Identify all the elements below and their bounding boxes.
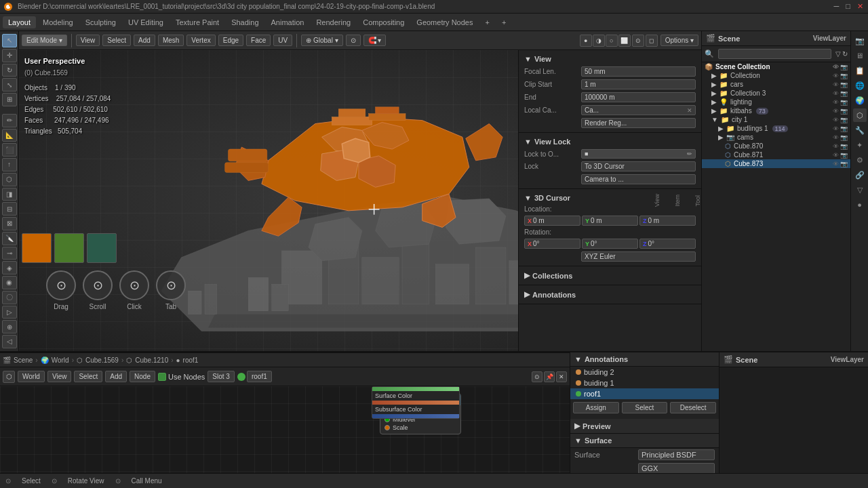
shader-select-btn[interactable]: Select xyxy=(74,371,102,382)
props-particles-icon[interactable]: ✦ xyxy=(853,138,867,152)
add-menu[interactable]: Add xyxy=(134,35,155,46)
props-scene-icon[interactable]: 🌐 xyxy=(853,79,867,92)
use-nodes-toggle[interactable]: Use Nodes xyxy=(158,373,205,381)
props-view-layer-icon[interactable]: 📋 xyxy=(853,64,867,77)
xray-btn[interactable]: ◻ xyxy=(646,35,658,47)
outliner-item-cube871[interactable]: ⬡ Cube.871 👁📷 xyxy=(702,150,850,159)
topside-tab-tools[interactable]: Tool xyxy=(694,195,701,207)
props-world-icon[interactable]: 🌍 xyxy=(853,94,867,107)
tool-bisect[interactable]: ⊸ xyxy=(2,247,17,260)
cursor-rx-field[interactable]: X 0° xyxy=(524,239,580,249)
vertex-menu[interactable]: Vertex xyxy=(186,35,215,46)
thumbnail-3[interactable] xyxy=(87,233,117,263)
mat-item-buiding1[interactable]: buiding 1 xyxy=(570,378,719,388)
edge-menu[interactable]: Edge xyxy=(218,35,243,46)
mat-item-buiding2[interactable]: buiding 2 xyxy=(570,367,719,378)
tool-offset-edge[interactable]: ⊠ xyxy=(2,217,17,230)
thumbnail-2[interactable] xyxy=(54,233,84,263)
tab-geometry-nodes[interactable]: Geometry Nodes xyxy=(411,16,478,28)
assign-btn[interactable]: Assign xyxy=(573,402,619,413)
tool-smooth[interactable]: 〇 xyxy=(2,291,17,304)
use-nodes-checkbox[interactable] xyxy=(158,373,166,381)
node-close-btn[interactable]: ✕ xyxy=(556,371,567,382)
tab-compositing[interactable]: Compositing xyxy=(357,16,410,28)
maximize-btn[interactable]: □ xyxy=(844,2,852,11)
scene-vis-render[interactable]: 📷 xyxy=(840,64,848,70)
props-constraints-icon[interactable]: 🔗 xyxy=(853,168,867,182)
material-name[interactable]: roof1 xyxy=(247,371,272,382)
preview-header[interactable]: ▶ Preview xyxy=(570,419,719,434)
overlays-btn[interactable]: ⊙ xyxy=(632,35,644,47)
cursor-3d-header[interactable]: ▼ 3D Cursor xyxy=(521,192,698,204)
deselect-btn[interactable]: Deselect xyxy=(670,402,716,413)
socket-scale[interactable] xyxy=(384,425,390,430)
topside-tab-view[interactable]: View xyxy=(654,194,660,207)
outliner-item-city1[interactable]: ▼ 📁 city 1 👁📷 xyxy=(702,115,850,124)
view-menu[interactable]: View xyxy=(76,35,100,46)
material-selector[interactable]: roof1 xyxy=(237,371,272,382)
view-section-header[interactable]: ▼ View xyxy=(521,53,698,65)
tool-bevel[interactable]: ◨ xyxy=(2,188,17,201)
breadcrumb-roof1[interactable]: roof1 xyxy=(183,357,199,364)
props-output-icon[interactable]: 🖥 xyxy=(853,49,867,62)
tool-cursor[interactable]: ↖ xyxy=(2,34,17,47)
outliner-item-kitbahs[interactable]: ▶ 📁 kitbahs 73 👁📷 xyxy=(702,106,850,115)
options-btn[interactable]: Options ▾ xyxy=(660,35,698,46)
tab-sculpting[interactable]: Sculpting xyxy=(80,16,121,28)
outliner-search-input[interactable] xyxy=(718,49,831,59)
topside-tab-item[interactable]: Item xyxy=(674,195,681,207)
tool-annotate[interactable]: ✏ xyxy=(2,114,17,127)
lock-to-edit-icon[interactable]: ✏ xyxy=(687,150,692,157)
wireframe-shading-btn[interactable]: ⬜ xyxy=(618,35,631,47)
node-btn[interactable]: Node xyxy=(130,371,155,382)
tool-loop-cut[interactable]: ⊟ xyxy=(2,202,17,216)
outliner-item-cube873[interactable]: ⬡ Cube.873 👁📷 xyxy=(702,159,850,168)
scene-vis-eye[interactable]: 👁 xyxy=(833,64,839,70)
tab-add[interactable]: + xyxy=(496,16,511,28)
cursor-rz-field[interactable]: Z 0° xyxy=(639,239,696,249)
collections-header[interactable]: ▶ Collections xyxy=(521,269,698,282)
uv-menu[interactable]: UV xyxy=(273,35,292,46)
snap-toggle[interactable]: 🧲 ▾ xyxy=(363,35,387,46)
cursor-x-field[interactable]: X 0 m xyxy=(524,216,580,226)
color-strip-node[interactable]: Surface Color Subsurface Color xyxy=(372,386,460,419)
tool-transform[interactable]: ⊞ xyxy=(2,93,17,106)
tool-extrude[interactable]: ↑ xyxy=(2,158,17,171)
outliner-scene-collection[interactable]: 📦 Scene Collection 👁 📷 xyxy=(702,62,850,71)
tool-poly-build[interactable]: ◈ xyxy=(2,261,17,274)
global-transform[interactable]: ⊕ Global ▾ xyxy=(301,35,342,46)
slot-selector[interactable]: Slot 3 xyxy=(208,371,235,382)
focal-len-value[interactable]: 50 mm xyxy=(581,66,696,77)
local-camera-value[interactable]: Ca... ✕ xyxy=(581,105,696,115)
rotation-mode-dropdown[interactable]: XYZ Euler xyxy=(581,251,696,262)
select-btn[interactable]: Select xyxy=(622,402,668,413)
cursor-ry-field[interactable]: Y 0° xyxy=(582,239,638,249)
shader-add-btn[interactable]: Add xyxy=(105,371,127,382)
close-btn[interactable]: ✕ xyxy=(855,2,865,11)
lock-to-value[interactable]: ■ ✏ xyxy=(581,149,696,159)
surface-header[interactable]: ▼ Surface xyxy=(570,434,719,448)
proportional-edit[interactable]: ⊙ xyxy=(346,35,361,46)
tab-layout[interactable]: Layout xyxy=(3,16,36,28)
props-object-icon[interactable]: ⬡ xyxy=(853,108,867,122)
annotations-mat-header[interactable]: ▼ Annotations xyxy=(570,352,719,367)
props-modifier-icon[interactable]: 🔧 xyxy=(853,123,867,137)
camera-to-btn[interactable]: Camera to ... xyxy=(581,174,696,184)
thumbnail-1[interactable] xyxy=(22,233,52,263)
filter-icon[interactable]: ▽ xyxy=(835,50,841,58)
material-shading-btn[interactable]: ◑ xyxy=(593,35,605,47)
breadcrumb-scene[interactable]: Scene xyxy=(14,357,33,364)
outliner-item-cars[interactable]: ▶ 📁 cars 👁📷 xyxy=(702,80,850,89)
cursor-y-field[interactable]: Y 0 m xyxy=(582,216,638,226)
breadcrumb-world[interactable]: World xyxy=(52,357,69,364)
node-snap-btn[interactable]: ⊙ xyxy=(532,371,542,382)
outliner-item-cube870[interactable]: ⬡ Cube.870 👁📷 xyxy=(702,142,850,150)
shader-mode-icon[interactable]: ⬡ xyxy=(3,371,15,383)
tool-inset[interactable]: ⬡ xyxy=(2,173,17,186)
props-render-icon[interactable]: 📷 xyxy=(853,34,867,47)
tool-measure[interactable]: 📐 xyxy=(2,129,17,142)
minimize-btn[interactable]: ─ xyxy=(832,2,842,11)
tool-scale[interactable]: ⤡ xyxy=(2,78,17,92)
outliner-item-collection3[interactable]: ▶ 📁 Collection 3 👁📷 xyxy=(702,89,850,98)
outliner-item-collection[interactable]: ▶ 📁 Collection 👁📷 xyxy=(702,71,850,80)
